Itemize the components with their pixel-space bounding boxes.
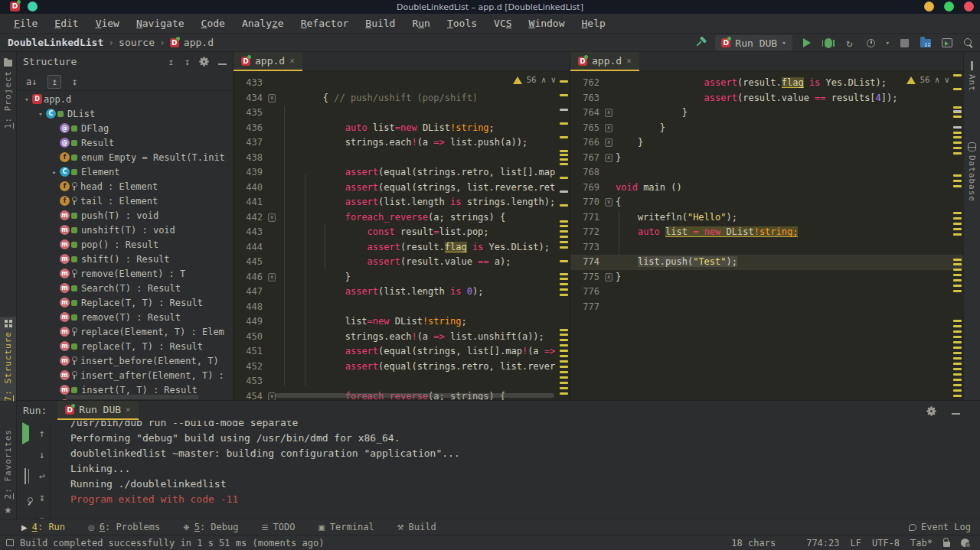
- structure-horizontal-scrollbar[interactable]: [65, 395, 199, 399]
- warning-stripe-mark[interactable]: [560, 360, 568, 363]
- warning-stripe-mark[interactable]: [953, 336, 962, 338]
- hide-panel-icon[interactable]: [952, 403, 960, 418]
- line-number[interactable]: 439: [234, 165, 266, 181]
- code-line-762[interactable]: 762 assert(result.flag is Yes.DList);: [570, 76, 963, 91]
- warning-stripe-mark[interactable]: [953, 268, 962, 271]
- next-warning-icon[interactable]: ∨: [944, 75, 949, 85]
- tree-item[interactable]: munshift(T) : void: [17, 223, 233, 237]
- code-line-771[interactable]: 771 writefln("Hello");: [570, 210, 963, 226]
- line-number[interactable]: 765: [570, 121, 603, 136]
- fold-toggle-icon[interactable]: ∨: [268, 213, 276, 222]
- line-number[interactable]: 450: [234, 330, 266, 345]
- warning-stripe-mark[interactable]: [560, 355, 568, 357]
- menu-code[interactable]: Code: [194, 15, 233, 31]
- info-stripe-mark[interactable]: [953, 126, 962, 129]
- code-line-449[interactable]: 449 list=new DList!string;: [234, 314, 570, 330]
- warning-stripe-mark[interactable]: [953, 88, 962, 90]
- line-number[interactable]: 452: [234, 360, 266, 375]
- warning-stripe-mark[interactable]: [953, 325, 962, 327]
- warning-stripe-mark[interactable]: [560, 246, 568, 249]
- stop-button[interactable]: [897, 36, 911, 50]
- rerun-button[interactable]: [22, 426, 29, 441]
- indent-indicator[interactable]: Tab*: [910, 538, 933, 548]
- tree-chevron-icon[interactable]: ▸: [49, 168, 60, 176]
- warning-stripe-mark[interactable]: [560, 80, 568, 83]
- code-line-451[interactable]: 451 assert(equal(strings, list[].map!(a …: [234, 344, 570, 360]
- close-icon[interactable]: ×: [126, 405, 131, 415]
- code-line-434[interactable]: 434∨ { // push/ushift (pop/shift): [234, 91, 570, 106]
- next-warning-icon[interactable]: ∨: [550, 75, 556, 85]
- menu-window[interactable]: Window: [521, 15, 573, 31]
- warning-stripe-mark[interactable]: [953, 174, 962, 177]
- info-stripe-mark[interactable]: [560, 109, 568, 111]
- toolwindow-tab-todo[interactable]: ☰TODO: [255, 519, 301, 535]
- tree-item[interactable]: minsert_before(Element, T): [17, 353, 233, 368]
- tab-app-d-left[interactable]: D app.d ×: [234, 52, 302, 71]
- warning-stripe-mark[interactable]: [560, 154, 568, 156]
- warning-stripe-mark[interactable]: [560, 204, 568, 207]
- line-number[interactable]: 448: [234, 300, 266, 315]
- warning-stripe-mark[interactable]: [953, 217, 962, 220]
- toolwindow-button-database[interactable]: Database: [964, 142, 980, 202]
- line-number[interactable]: 451: [234, 344, 266, 360]
- warning-stripe-mark[interactable]: [560, 294, 568, 296]
- line-number[interactable]: 767: [570, 151, 603, 166]
- line-number[interactable]: 446: [234, 270, 266, 285]
- warning-stripe-mark[interactable]: [953, 368, 962, 370]
- close-icon[interactable]: ×: [626, 56, 632, 66]
- build-hammer-icon[interactable]: [694, 36, 707, 50]
- highlighting-level-icon[interactable]: [961, 539, 969, 547]
- warning-stripe-mark[interactable]: [953, 352, 962, 354]
- warning-stripe-mark[interactable]: [953, 274, 962, 276]
- line-number[interactable]: 436: [234, 121, 266, 136]
- warning-stripe-mark[interactable]: [953, 389, 962, 392]
- warning-stripe-mark[interactable]: [560, 260, 568, 262]
- tree-item[interactable]: mpush(T) : void: [17, 208, 233, 223]
- warning-stripe-mark[interactable]: [953, 373, 962, 376]
- warning-stripe-mark[interactable]: [953, 142, 962, 144]
- fold-toggle-icon[interactable]: ∨: [268, 392, 276, 401]
- warning-stripe-mark[interactable]: [953, 357, 962, 360]
- warning-stripe-mark[interactable]: [560, 236, 568, 238]
- tree-item[interactable]: fhead : Element: [17, 179, 233, 194]
- breadcrumb-project[interactable]: DoubleLinkedList: [8, 37, 103, 48]
- line-number[interactable]: 447: [234, 285, 266, 300]
- line-number[interactable]: 437: [234, 135, 266, 151]
- code-line-766[interactable]: 766∧ }: [570, 135, 963, 151]
- warning-stripe-mark[interactable]: [953, 233, 962, 236]
- code-line-775[interactable]: 775∧}: [570, 270, 963, 285]
- code-area-left[interactable]: 433434∨ { // push/ushift (pop/shift)4354…: [234, 71, 570, 400]
- expand-all-icon[interactable]: ↥: [168, 57, 174, 67]
- warning-stripe-mark[interactable]: [953, 279, 962, 282]
- maximize-button[interactable]: [944, 2, 954, 11]
- warning-stripe-mark[interactable]: [560, 366, 568, 368]
- tree-item[interactable]: mreplace(Element, T) : Elem: [17, 324, 233, 339]
- warning-stripe-mark[interactable]: [560, 273, 568, 275]
- line-number[interactable]: 449: [234, 314, 266, 330]
- tree-item[interactable]: mSearch(T) : Result: [17, 281, 233, 295]
- menu-view[interactable]: View: [88, 15, 127, 31]
- warning-stripe-mark[interactable]: [560, 339, 568, 341]
- warning-stripe-mark[interactable]: [560, 225, 568, 227]
- code-line-450[interactable]: 450 strings.each!(a => list.unshift(a));: [234, 330, 570, 345]
- fold-toggle-icon[interactable]: ∧: [605, 124, 612, 132]
- warning-stripe-mark[interactable]: [953, 74, 962, 76]
- inspection-widget[interactable]: 56 ∧ ∨: [906, 75, 950, 85]
- prev-warning-icon[interactable]: ∧: [935, 75, 940, 85]
- warning-stripe-mark[interactable]: [560, 177, 568, 179]
- code-line-772[interactable]: 772 auto list = new DList!string;: [570, 225, 963, 240]
- code-line-764[interactable]: 764∧ }: [570, 106, 963, 121]
- code-line-435[interactable]: 435: [234, 106, 570, 121]
- menu-edit[interactable]: Edit: [47, 15, 86, 31]
- warning-stripe-mark[interactable]: [560, 329, 568, 331]
- run-configuration-select[interactable]: D Run DUB ▾: [715, 35, 792, 50]
- restore-layout-icon[interactable]: [24, 469, 26, 483]
- warning-stripe-mark[interactable]: [953, 347, 962, 349]
- warning-stripe-mark[interactable]: [953, 395, 962, 397]
- event-log-button[interactable]: Event Log: [909, 522, 971, 532]
- code-line-452[interactable]: 452 assert(equal(strings.retro, list.rev…: [234, 360, 570, 375]
- show-inherited-icon[interactable]: ↧: [69, 76, 80, 88]
- warning-stripe-mark[interactable]: [953, 106, 962, 109]
- code-line-446[interactable]: 446∧ }: [234, 270, 570, 285]
- toolwindow-tab-5-debug[interactable]: ❋5: Debug: [177, 519, 244, 535]
